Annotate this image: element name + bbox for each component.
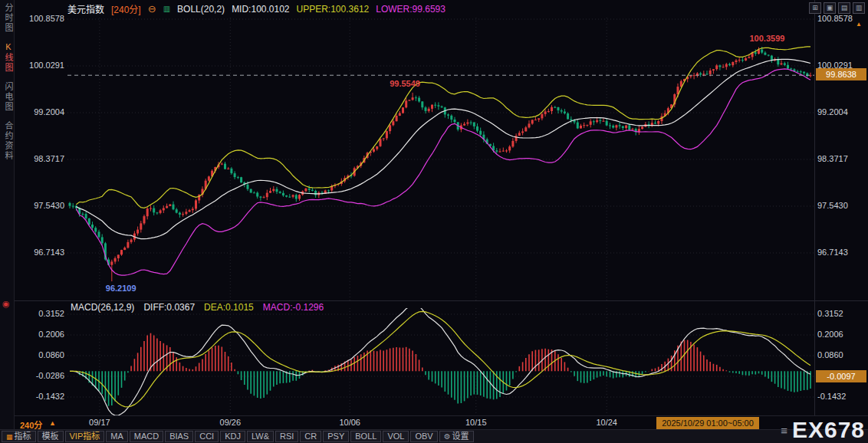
macd-dea-value: DEA:0.1015: [204, 302, 254, 313]
toolbar-button-macd[interactable]: MACD: [130, 431, 163, 442]
boll-lower-value: LOWER:99.6593: [376, 4, 446, 15]
trading-app: 100.8578100.8578100.0291100.029199.20049…: [0, 0, 868, 443]
toolbar-button-boll[interactable]: BOLL: [350, 431, 381, 442]
tab-time-share-chart[interactable]: 分时图: [2, 3, 15, 33]
layout-icon-4[interactable]: ▥: [853, 2, 865, 14]
macd-title: MACD(26,12,9): [71, 302, 134, 313]
toolbar-button-vip-indicators[interactable]: VIP指标: [65, 431, 105, 442]
toolbar-button-cr[interactable]: CR: [300, 431, 321, 442]
macd-diff-value: DIFF:0.0367: [143, 302, 195, 313]
toolbar-button-settings[interactable]: ⚙设置: [439, 431, 474, 442]
low-price-annotation: 96.2109: [106, 284, 136, 293]
symbol-name: 美元指数: [67, 2, 104, 15]
tab-flash-chart[interactable]: 闪电图: [2, 82, 15, 112]
interim-high-annotation: 99.5549: [390, 79, 420, 88]
left-sidebar: 分时图 K线图 闪电图 合约资料 ◉: [0, 0, 15, 429]
high-price-annotation: 100.3599: [750, 34, 785, 43]
current-price-badge: 99.8638: [816, 68, 866, 80]
bollinger-bands: [76, 47, 810, 275]
toolbar-button-cci[interactable]: CCI: [195, 431, 219, 442]
toolbar-button-ma[interactable]: MA: [106, 431, 128, 442]
layout-icon-3[interactable]: ▤: [838, 2, 850, 14]
zoom-out-icon[interactable]: ⊖: [148, 3, 156, 15]
macd-panel-dot-icon[interactable]: ◉: [2, 299, 10, 309]
macd-current-badge: -0.0097: [816, 370, 866, 382]
tab-contract-info[interactable]: 合约资料: [2, 121, 15, 161]
toolbar-button-rsi[interactable]: RSI: [275, 431, 298, 442]
toolbar-button-lwr[interactable]: LW&: [247, 431, 274, 442]
chart-header: 美元指数 [240分] ⊖ ▥ BOLL(20,2) MID:100.0102 …: [67, 2, 446, 15]
watermark-text: EX678: [792, 417, 865, 443]
date-axis: 240分 ▲ 2025/10/29 01:00~05:00: [0, 415, 868, 430]
layout-icon-2[interactable]: ▣: [824, 2, 836, 14]
period-tag: [240分]: [111, 2, 141, 15]
macd-histogram: [70, 333, 810, 406]
macd-hist-value: MACD:-0.1296: [263, 302, 324, 313]
toolbar-button-indicators[interactable]: ▦指标: [2, 431, 36, 442]
boll-upper-value: UPPER:100.3612: [297, 4, 370, 15]
boll-chart-icon: ▥: [163, 5, 170, 13]
toolbar-button-obv[interactable]: OBV: [410, 431, 437, 442]
gear-icon: ⚙: [444, 432, 451, 441]
chart-canvas[interactable]: [0, 0, 868, 443]
scroll-up-icon[interactable]: ▲: [856, 21, 862, 28]
toolbar-button-psy[interactable]: PSY: [323, 431, 349, 442]
period-up-icon[interactable]: ▲: [49, 419, 56, 427]
indicator-grid-icon: ▦: [6, 433, 13, 441]
toolbar-button-vol[interactable]: VOL: [383, 431, 409, 442]
menu-icon: ≡: [781, 424, 788, 437]
candlesticks: [69, 47, 812, 281]
boll-label: BOLL(20,2): [177, 4, 225, 15]
bottom-toolbar: ▦指标模板VIP指标MAMACDBIASCCIKDJLW&RSICRPSYBOL…: [0, 429, 868, 443]
watermark: ≡ EX678: [781, 417, 865, 443]
toolbar-button-bias[interactable]: BIAS: [165, 431, 193, 442]
tab-kline-chart[interactable]: K线图: [2, 42, 15, 73]
macd-header: MACD(26,12,9) DIFF:0.0367 DEA:0.1015 MAC…: [71, 302, 324, 313]
window-layout-icons: ⊞ ▣ ▤ ▥: [809, 2, 865, 14]
toolbar-button-kdj[interactable]: KDJ: [220, 431, 245, 442]
current-time-range: 2025/10/29 01:00~05:00: [656, 417, 759, 429]
layout-icon-1[interactable]: ⊞: [809, 2, 821, 14]
macd-lines: [70, 305, 810, 415]
toolbar-button-templates[interactable]: 模板: [38, 431, 64, 442]
boll-mid-value: MID:100.0102: [232, 4, 289, 15]
